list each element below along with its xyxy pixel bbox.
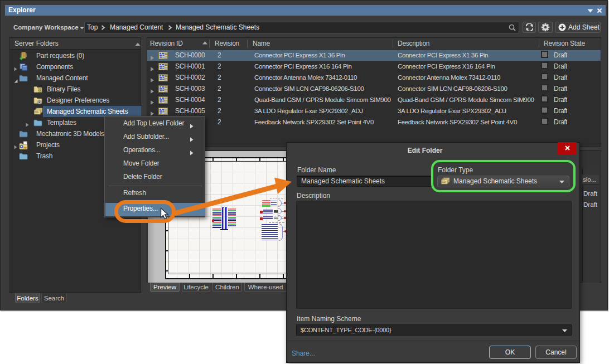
svg-text:10: 10	[38, 90, 41, 93]
